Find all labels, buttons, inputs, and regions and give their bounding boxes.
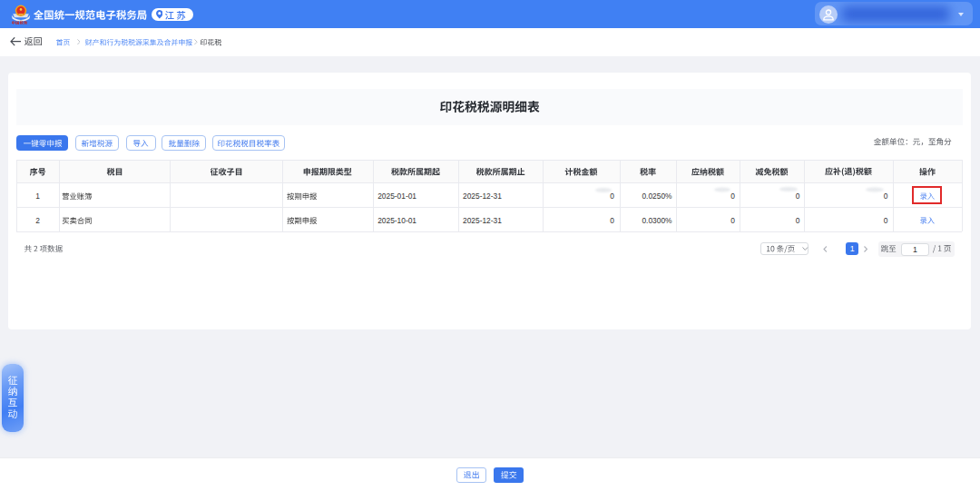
svg-text:0: 0: [730, 191, 735, 201]
svg-text:0: 0: [884, 216, 888, 225]
svg-text:2025-01-01: 2025-01-01: [377, 191, 416, 201]
svg-text:1: 1: [35, 191, 40, 201]
svg-text:0: 0: [796, 216, 800, 225]
svg-text:2025-12-31: 2025-12-31: [463, 216, 502, 225]
svg-text:0: 0: [796, 191, 800, 201]
svg-text:0: 0: [610, 191, 614, 201]
svg-text:2025-10-01: 2025-10-01: [377, 216, 416, 225]
svg-text:0: 0: [610, 216, 614, 225]
svg-text:0.0250%: 0.0250%: [642, 191, 672, 201]
svg-text:0: 0: [730, 216, 735, 225]
svg-text:2025-12-31: 2025-12-31: [463, 191, 502, 201]
svg-text:0: 0: [884, 191, 888, 201]
svg-text:2: 2: [35, 216, 40, 225]
svg-text:0.0300%: 0.0300%: [642, 216, 672, 225]
